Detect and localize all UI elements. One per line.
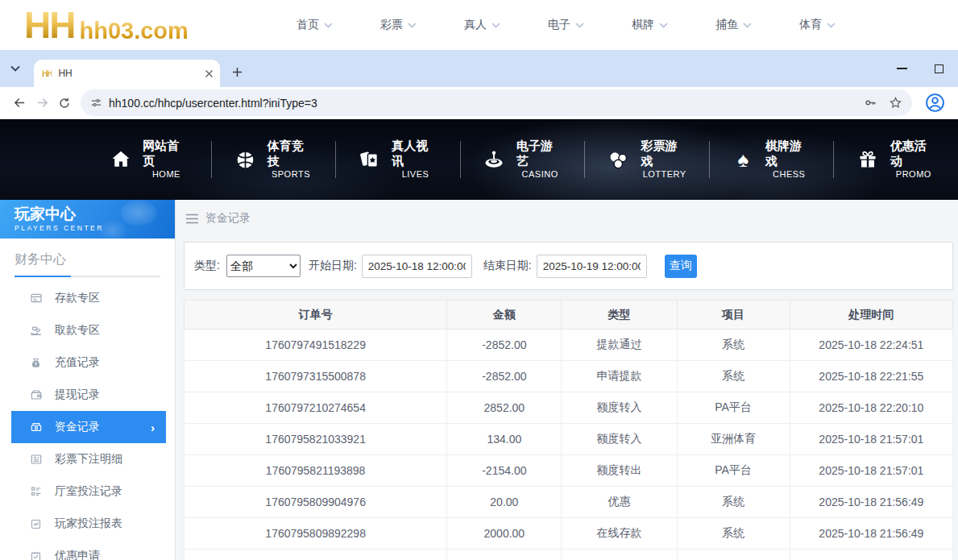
sidebar-item-player-bet-report[interactable]: 玩家投注报表 <box>0 508 175 540</box>
sidebar-header: 玩家中心 PLAYERS CENTER <box>0 200 175 239</box>
game-nav-casino[interactable]: 电子游艺 CASINO <box>461 137 585 182</box>
table-cell: 2025-10-18 21:57:01 <box>790 424 952 455</box>
top-nav-label: 电子 <box>548 18 570 32</box>
game-nav-zh: 网站首页 <box>143 139 189 169</box>
sidebar-item-label: 彩票下注明细 <box>55 452 122 467</box>
browser-tab[interactable]: HH HH <box>34 60 220 87</box>
chevron-down-icon <box>827 23 836 28</box>
top-nav-label: 捕鱼 <box>715 18 738 32</box>
table-cell: -2852.00 <box>447 330 562 361</box>
site-logo[interactable]: HH hh03.com <box>24 2 189 48</box>
table-cell: 2025-10-18 22:24:51 <box>790 330 952 361</box>
logo-domain-text: hh03.com <box>79 18 188 48</box>
site-info-icon[interactable] <box>90 97 102 109</box>
sidebar-item-withdraw-record[interactable]: 提现记录 <box>0 379 175 411</box>
game-nav-en: HOME <box>152 169 180 180</box>
table-cell: 20.00 <box>447 487 562 518</box>
game-nav-home[interactable]: 网站首页 HOME <box>87 137 211 182</box>
sidebar-item-deposit-zone[interactable]: 存款专区 <box>0 282 175 314</box>
game-nav-promo[interactable]: 优惠活动 PROMO <box>834 137 958 182</box>
cards-icon <box>357 148 382 171</box>
maximize-icon[interactable] <box>935 64 943 73</box>
game-nav-sports[interactable]: 体育竞技 SPORTS <box>212 137 336 182</box>
close-icon[interactable] <box>205 69 214 78</box>
table-cell: 2025-10-18 21:56:49 <box>790 518 952 550</box>
query-button[interactable]: 查询 <box>665 255 697 278</box>
top-nav-label: 真人 <box>464 18 487 32</box>
basketball-icon <box>233 149 258 171</box>
top-nav-label: 首页 <box>297 18 319 32</box>
home-icon <box>108 148 133 171</box>
top-nav-chess[interactable]: 棋牌 <box>632 18 715 32</box>
game-nav-chess[interactable]: ♠ 棋牌游戏 CHESS <box>710 137 834 182</box>
chevron-down-icon <box>743 23 752 28</box>
sidebar-item-funds-record[interactable]: 资金记录 › <box>11 411 166 443</box>
start-date-input[interactable] <box>362 255 472 278</box>
forward-icon[interactable] <box>31 92 53 114</box>
table-cell <box>790 550 952 560</box>
tab-favicon: HH <box>42 69 52 78</box>
back-icon[interactable] <box>8 92 31 114</box>
table-row: 1760797315500878-2852.00申请提款系统2025-10-18… <box>185 361 953 392</box>
table-row: 1760797491518229-2852.00提款通过系统2025-10-18… <box>185 330 953 361</box>
top-nav-electronic[interactable]: 电子 <box>548 18 632 32</box>
tab-search-icon[interactable] <box>10 63 21 77</box>
list-icon <box>29 485 43 498</box>
sidebar-item-label: 厅室投注记录 <box>55 484 122 499</box>
table-cell: PA平台 <box>677 392 790 424</box>
minimize-icon[interactable] <box>897 68 907 69</box>
type-label: 类型: <box>194 259 220 273</box>
game-nav-en: SPORTS <box>272 169 310 180</box>
chevron-down-icon <box>659 23 668 28</box>
game-nav-zh: 棋牌游戏 <box>765 139 812 169</box>
top-nav-lottery[interactable]: 彩票 <box>380 18 464 32</box>
funds-table-wrap: 订单号 金额 类型 项目 处理时间 1760797491518229-2852.… <box>184 300 953 560</box>
sidebar-item-recharge-record[interactable]: 充值记录 <box>0 346 175 379</box>
sidebar-item-lottery-bet-detail[interactable]: 彩票下注明细 <box>0 443 175 475</box>
table-cell: 提款通过 <box>562 330 677 361</box>
browser-toolbar: hh100.cc/hhcp/usercenter.html?iniType=3 <box>0 87 958 119</box>
game-nav-live[interactable]: 真人视讯 LIVES <box>336 137 460 182</box>
sidebar-item-label: 取款专区 <box>55 323 100 338</box>
type-select[interactable]: 全部 <box>226 255 301 277</box>
game-nav-en: CHESS <box>773 169 805 180</box>
sidebar-title: 玩家中心 <box>15 205 175 223</box>
table-cell <box>677 550 790 560</box>
game-nav-zh: 彩票游戏 <box>641 139 687 169</box>
top-nav-sports[interactable]: 体育 <box>799 18 883 32</box>
table-cell: 2000.00 <box>447 518 562 550</box>
chevron-down-icon <box>575 23 584 28</box>
sidebar-item-promo-apply[interactable]: 优惠申请 <box>0 540 175 560</box>
new-tab-icon[interactable] <box>232 66 243 81</box>
sidebar-subtitle: PLAYERS CENTER <box>15 223 175 233</box>
table-cell: 1760797315500878 <box>185 361 447 392</box>
deposit-icon <box>29 292 43 305</box>
game-nav-zh: 真人视讯 <box>392 139 438 169</box>
end-date-input[interactable] <box>537 255 647 278</box>
tab-title: HH <box>58 68 205 79</box>
top-nav-home[interactable]: 首页 <box>297 18 380 32</box>
top-nav-live[interactable]: 真人 <box>464 18 548 32</box>
sidebar-item-hall-bet-record[interactable]: 厅室投注记录 <box>0 475 175 508</box>
table-cell: 申请提款 <box>562 361 677 392</box>
reload-icon[interactable] <box>53 92 76 114</box>
hamburger-icon <box>186 214 198 224</box>
game-nav-lottery[interactable]: 彩票游戏 LOTTERY <box>585 137 709 182</box>
column-header-order-no: 订单号 <box>185 301 447 330</box>
top-nav-fishing[interactable]: 捕鱼 <box>715 18 799 32</box>
browser-tab-strip: HH HH <box>0 50 958 87</box>
chevron-down-icon <box>491 23 500 28</box>
table-cell: 系统 <box>677 361 790 392</box>
newspaper-icon <box>29 453 43 466</box>
table-row-partial <box>185 550 953 560</box>
table-cell: 额度转出 <box>562 455 677 487</box>
table-cell: 额度转入 <box>562 392 677 424</box>
profile-icon[interactable] <box>925 93 945 113</box>
sidebar-item-withdraw-zone[interactable]: 取款专区 <box>0 314 175 346</box>
url-text[interactable]: hh100.cc/hhcp/usercenter.html?iniType=3 <box>109 97 864 110</box>
table-cell: 1760795809892298 <box>185 518 447 550</box>
table-cell: 系统 <box>677 518 790 550</box>
key-icon[interactable] <box>864 96 877 110</box>
url-bar[interactable]: hh100.cc/hhcp/usercenter.html?iniType=3 <box>81 89 912 116</box>
star-icon[interactable] <box>889 96 902 110</box>
